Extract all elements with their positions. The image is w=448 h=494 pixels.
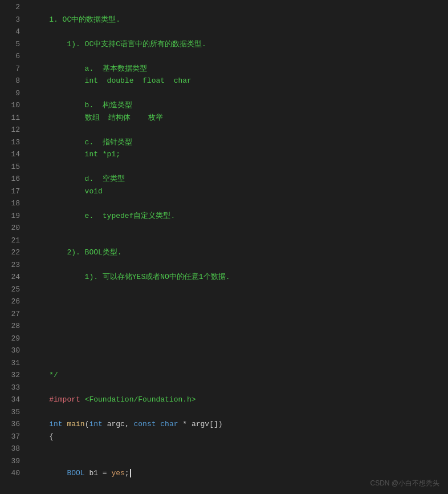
code-token: 数组 结构体 枚举 <box>31 112 163 124</box>
code-line: int double float char <box>31 75 448 87</box>
code-token: b1 = <box>89 467 111 480</box>
line-number: 4 <box>0 26 20 38</box>
code-token: a. 基本数据类型 <box>31 63 147 75</box>
code-line <box>31 50 448 63</box>
code-line <box>31 308 448 321</box>
code-line: void <box>31 185 448 198</box>
line-number: 34 <box>0 394 20 406</box>
line-number: 6 <box>0 50 20 63</box>
code-line <box>31 357 448 370</box>
line-number: 13 <box>0 136 20 149</box>
code-token: 1). OC中支持C语言中的所有的数据类型. <box>31 38 206 51</box>
code-line <box>31 382 448 394</box>
code-token: yes <box>111 467 124 480</box>
line-number: 32 <box>0 369 20 382</box>
code-token: * <box>182 418 192 431</box>
code-content[interactable]: 1. OC中的数据类型. 1). OC中支持C语言中的所有的数据类型. a. 基… <box>26 0 448 494</box>
code-line <box>31 455 448 468</box>
code-token: int *p1; <box>31 148 120 161</box>
code-line <box>31 284 448 296</box>
line-number: 21 <box>0 234 20 247</box>
code-line <box>31 222 448 234</box>
line-number: 7 <box>0 63 20 75</box>
code-token: char <box>160 418 182 431</box>
line-number: 8 <box>0 75 20 87</box>
code-token: 1. OC中的数据类型. <box>31 14 120 26</box>
line-number: 39 <box>0 455 20 468</box>
line-number: 36 <box>0 418 20 431</box>
code-token: */ <box>31 369 58 382</box>
line-number: 25 <box>0 284 20 296</box>
code-token: e. typedef自定义类型. <box>31 210 175 222</box>
code-token: main <box>67 418 84 431</box>
line-numbers: 2345678910111213141516171819202122232425… <box>0 0 26 494</box>
code-line <box>31 333 448 345</box>
line-number: 2 <box>0 1 20 14</box>
line-number: 17 <box>0 185 20 198</box>
code-line: 1). OC中支持C语言中的所有的数据类型. <box>31 38 448 51</box>
code-token: 1). 可以存储YES或者NO中的任意1个数据. <box>31 271 230 284</box>
code-line: d. 空类型 <box>31 173 448 185</box>
code-token: ( <box>85 418 89 431</box>
code-token: BOOL <box>31 467 89 480</box>
code-line: 2). BOOL类型. <box>31 246 448 259</box>
line-number: 20 <box>0 222 20 234</box>
code-line <box>31 259 448 272</box>
code-line: 1. OC中的数据类型. <box>31 14 448 26</box>
code-line: 1). 可以存储YES或者NO中的任意1个数据. <box>31 271 448 284</box>
code-line: BOOL b1 = yes; <box>31 467 448 480</box>
line-number: 15 <box>0 161 20 173</box>
code-line <box>31 345 448 357</box>
line-number: 35 <box>0 406 20 419</box>
code-token: const <box>133 418 160 431</box>
code-line: */ <box>31 369 448 382</box>
code-token: void <box>31 185 103 198</box>
line-number: 37 <box>0 431 20 443</box>
code-token: argc, <box>107 418 134 431</box>
line-number: 27 <box>0 308 20 321</box>
line-number: 31 <box>0 357 20 370</box>
line-number: 18 <box>0 197 20 210</box>
code-line: #import <Foundation/Foundation.h> <box>31 394 448 406</box>
code-line <box>31 26 448 38</box>
code-line: c. 指针类型 <box>31 136 448 149</box>
line-number: 3 <box>0 14 20 26</box>
code-line <box>31 87 448 100</box>
code-token: int <box>89 418 107 431</box>
line-number: 10 <box>0 99 20 112</box>
line-number: 14 <box>0 148 20 161</box>
line-number: 12 <box>0 124 20 136</box>
code-token: ; <box>125 467 129 480</box>
line-number: 40 <box>0 467 20 480</box>
code-line <box>31 124 448 136</box>
line-number: 9 <box>0 87 20 100</box>
line-number: 23 <box>0 259 20 272</box>
code-line <box>31 443 448 455</box>
code-token: int <box>31 418 67 431</box>
code-line <box>31 406 448 419</box>
code-line <box>31 295 448 308</box>
code-line <box>31 1 448 14</box>
code-token: { <box>31 431 54 443</box>
line-number: 5 <box>0 38 20 51</box>
code-token: #import <box>31 394 85 406</box>
line-number: 28 <box>0 320 20 333</box>
code-token: <Foundation/Foundation.h> <box>85 394 196 406</box>
watermark: CSDN @小白不想秃头 <box>370 479 439 488</box>
code-line <box>31 197 448 210</box>
code-line <box>31 320 448 333</box>
code-area: 2345678910111213141516171819202122232425… <box>0 0 448 494</box>
code-line: b. 构造类型 <box>31 99 448 112</box>
line-number: 33 <box>0 382 20 394</box>
code-line: a. 基本数据类型 <box>31 63 448 75</box>
line-number: 29 <box>0 333 20 345</box>
code-token: int double float char <box>31 75 192 87</box>
code-line: 数组 结构体 枚举 <box>31 112 448 124</box>
code-line: int *p1; <box>31 148 448 161</box>
code-line: e. typedef自定义类型. <box>31 210 448 222</box>
line-number: 16 <box>0 173 20 185</box>
line-number: 19 <box>0 210 20 222</box>
code-line: { <box>31 431 448 443</box>
code-token: argv[]) <box>192 418 223 431</box>
line-number: 24 <box>0 271 20 284</box>
